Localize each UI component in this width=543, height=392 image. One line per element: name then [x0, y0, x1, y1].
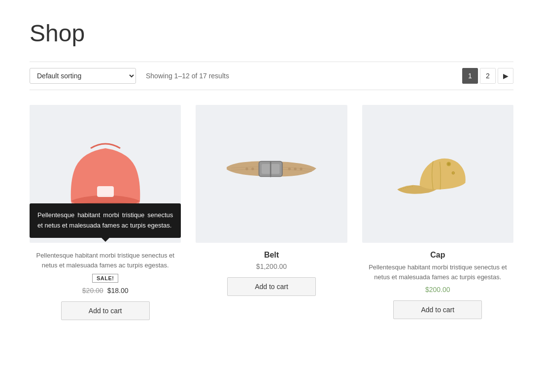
price-cap: $200.00 [425, 286, 450, 294]
products-grid: Pellentesque habitant morbi tristique se… [30, 105, 513, 320]
price-belt: $1,200.00 [256, 262, 287, 270]
product-image-beanie: Pellentesque habitant morbi tristique se… [30, 105, 181, 243]
add-to-cart-beanie[interactable]: Add to cart [61, 301, 150, 320]
price-beanie: $20.00 $18.00 [82, 287, 129, 294]
toolbar: Default sorting Sort by popularity Sort … [30, 62, 513, 90]
page-2-button[interactable]: 2 [480, 68, 496, 84]
product-card-beanie: Pellentesque habitant morbi tristique se… [30, 105, 181, 320]
product-image-belt [196, 105, 347, 243]
sale-badge-beanie: SALE! [92, 274, 119, 283]
page-title: Shop [30, 20, 513, 47]
product-card-cap: Cap Pellentesque habitant morbi tristiqu… [362, 105, 513, 320]
results-text: Showing 1–12 of 17 results [146, 72, 229, 80]
product-desc-cap: Pellentesque habitant morbi tristique se… [362, 262, 513, 282]
svg-rect-1 [97, 186, 114, 197]
svg-point-7 [288, 167, 291, 170]
page-1-button[interactable]: 1 [462, 68, 478, 84]
product-image-cap [362, 105, 513, 243]
add-to-cart-cap[interactable]: Add to cart [393, 300, 482, 319]
svg-point-11 [447, 163, 450, 165]
product-info-beanie: Pellentesque habitant morbi tristique se… [30, 251, 181, 320]
product-name-cap: Cap [430, 251, 445, 260]
product-card-belt: Belt $1,200.00 Add to cart [196, 105, 347, 320]
product-info-cap: Cap Pellentesque habitant morbi tristiqu… [362, 251, 513, 320]
toolbar-left: Default sorting Sort by popularity Sort … [30, 68, 229, 84]
product-tooltip-beanie: Pellentesque habitant morbi tristique se… [30, 203, 181, 238]
svg-point-6 [251, 167, 254, 170]
price-original-beanie: $20.00 [82, 287, 103, 294]
product-name-belt: Belt [264, 251, 279, 260]
price-current-beanie: $18.00 [107, 287, 129, 294]
pagination-next-button[interactable]: ▶ [498, 68, 513, 84]
product-info-belt: Belt $1,200.00 Add to cart [196, 251, 347, 320]
svg-point-8 [294, 167, 296, 170]
svg-point-9 [300, 167, 302, 170]
svg-point-5 [245, 167, 248, 170]
product-desc-beanie: Pellentesque habitant morbi tristique se… [30, 251, 181, 270]
sort-select[interactable]: Default sorting Sort by popularity Sort … [30, 68, 136, 84]
add-to-cart-belt[interactable]: Add to cart [227, 277, 316, 296]
svg-point-12 [452, 171, 454, 174]
pagination: 1 2 ▶ [462, 68, 513, 84]
